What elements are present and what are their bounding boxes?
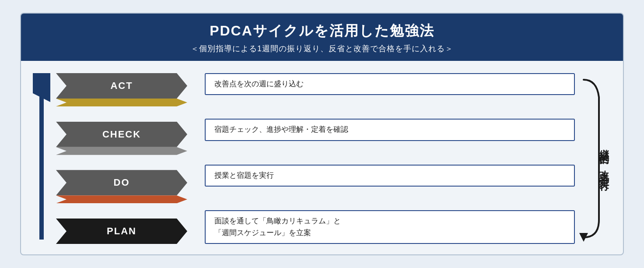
steps-column: ACT CHECK DO bbox=[56, 73, 196, 244]
content-box-act: 改善点を次の週に盛り込む bbox=[205, 73, 575, 95]
step-block-check: CHECK bbox=[56, 122, 187, 147]
cycle-column: 継続的に改善・実行 bbox=[575, 73, 614, 244]
step-accent-check bbox=[56, 147, 187, 155]
step-plan: PLAN bbox=[56, 219, 196, 244]
cycle-label: 継続的に改善・実行 bbox=[598, 141, 611, 176]
content-box-check: 宿題チェック、進捗や理解・定着を確認 bbox=[205, 119, 575, 141]
step-block-act: ACT bbox=[56, 73, 187, 99]
step-block-plan: PLAN bbox=[56, 219, 187, 244]
step-accent-do bbox=[56, 195, 187, 203]
up-arrow-column bbox=[30, 73, 56, 244]
step-act: ACT bbox=[56, 73, 196, 106]
step-check: CHECK bbox=[56, 122, 196, 155]
up-arrow-icon bbox=[33, 73, 50, 244]
content-box-plan: 面談を通して「鳥瞰カリキュラム」と「週間スケジュール」を立案 bbox=[205, 210, 575, 244]
content-column: 改善点を次の週に盛り込む 宿題チェック、進捗や理解・定着を確認 授業と宿題を実行… bbox=[196, 73, 575, 244]
body-section: ACT CHECK DO bbox=[21, 61, 623, 254]
content-box-do: 授業と宿題を実行 bbox=[205, 165, 575, 187]
step-accent-act bbox=[56, 99, 187, 106]
page-title: PDCAサイクルを活用した勉強法 bbox=[34, 21, 610, 41]
page-subtitle: ＜個別指導による1週間の振り返り、反省と改善で合格を手に入れる＞ bbox=[34, 43, 610, 54]
step-block-do: DO bbox=[56, 170, 187, 195]
header-section: PDCAサイクルを活用した勉強法 ＜個別指導による1週間の振り返り、反省と改善で… bbox=[21, 14, 623, 61]
step-do: DO bbox=[56, 170, 196, 203]
main-card: PDCAサイクルを活用した勉強法 ＜個別指導による1週間の振り返り、反省と改善で… bbox=[20, 13, 624, 255]
